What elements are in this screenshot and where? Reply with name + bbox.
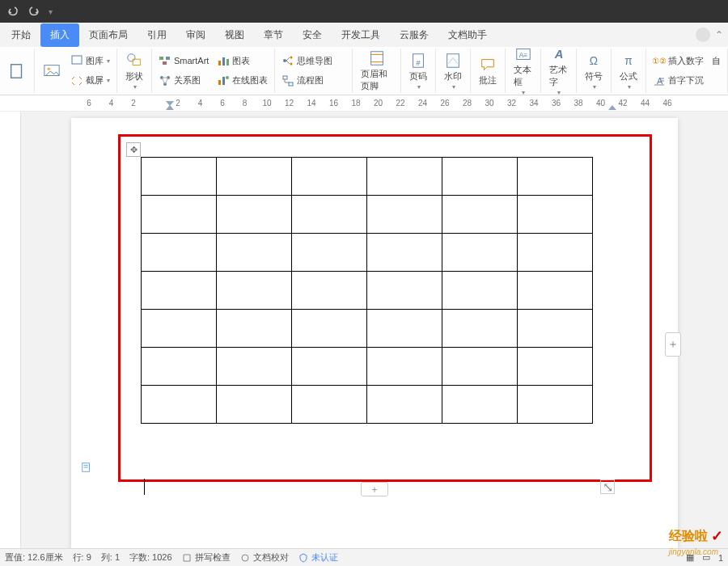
table-cell[interactable] xyxy=(367,234,442,272)
insert-number-button[interactable]: ①②插入数字 xyxy=(651,53,705,68)
page-number-button[interactable]: #页码▾ xyxy=(406,50,430,92)
table-cell[interactable] xyxy=(142,158,217,196)
tab-cloud[interactable]: 云服务 xyxy=(390,23,438,47)
table-cell[interactable] xyxy=(442,272,518,310)
table-cell[interactable] xyxy=(518,158,593,196)
table-cell[interactable] xyxy=(292,234,367,272)
user-avatar[interactable] xyxy=(696,27,710,42)
status-word-count[interactable]: 字数: 1026 xyxy=(129,551,172,564)
table-cell[interactable] xyxy=(518,310,593,348)
status-column[interactable]: 列: 1 xyxy=(101,551,120,564)
table-move-handle-icon[interactable]: ✥ xyxy=(126,142,141,157)
table-add-row-icon[interactable]: ＋ xyxy=(361,482,388,496)
table-cell[interactable] xyxy=(217,310,292,348)
table-cell[interactable] xyxy=(442,158,518,196)
table-cell[interactable] xyxy=(518,386,593,424)
auto-button[interactable]: 自 xyxy=(710,54,722,68)
table-cell[interactable] xyxy=(292,310,367,348)
symbol-button[interactable]: Ω符号▾ xyxy=(582,50,606,92)
left-indent-handle-icon[interactable] xyxy=(166,105,174,110)
right-margin-handle-icon[interactable] xyxy=(608,105,616,110)
table-cell[interactable] xyxy=(518,272,593,310)
table-cell[interactable] xyxy=(292,348,367,386)
vertical-ruler[interactable] xyxy=(0,112,21,548)
mind-map-button[interactable]: 思维导图 xyxy=(280,53,334,68)
table-cell[interactable] xyxy=(367,310,442,348)
table-cell[interactable] xyxy=(217,196,292,234)
screenshot-button[interactable]: 截屏▾ xyxy=(69,74,112,88)
status-line[interactable]: 行: 9 xyxy=(73,551,91,564)
page-scroll[interactable]: ✥ ＋ ⤡ ＋ xyxy=(21,112,728,548)
status-spell-check[interactable]: 拼写检查 xyxy=(182,551,231,564)
smartart-button[interactable]: SmartArt xyxy=(157,53,210,68)
table-cell[interactable] xyxy=(292,386,367,424)
document-table[interactable] xyxy=(141,157,593,424)
redo-icon[interactable] xyxy=(28,5,40,18)
status-verification[interactable]: 未认证 xyxy=(298,551,338,564)
tab-section[interactable]: 章节 xyxy=(254,23,293,47)
tab-insert[interactable]: 插入 xyxy=(40,23,79,47)
table-cell[interactable] xyxy=(367,158,442,196)
zoom-level[interactable]: 1 xyxy=(718,553,723,563)
table-cell[interactable] xyxy=(442,348,518,386)
wordart-button[interactable]: A艺术字▾ xyxy=(546,47,571,95)
table-cell[interactable] xyxy=(367,348,442,386)
table-cell[interactable] xyxy=(217,348,292,386)
tab-page-layout[interactable]: 页面布局 xyxy=(79,23,138,47)
watermark-label: 水印 xyxy=(444,70,462,82)
table-cell[interactable] xyxy=(142,196,217,234)
document-page[interactable]: ✥ ＋ ⤡ ＋ xyxy=(71,118,678,548)
watermark-button[interactable]: 水印▾ xyxy=(441,50,465,92)
table-cell[interactable] xyxy=(518,234,593,272)
status-position[interactable]: 置值: 12.6厘米 xyxy=(5,551,63,564)
table-cell[interactable] xyxy=(217,158,292,196)
table-cell[interactable] xyxy=(442,310,518,348)
flow-chart-button[interactable]: 流程图 xyxy=(280,74,334,88)
equation-button[interactable]: π公式▾ xyxy=(616,50,641,92)
tab-dev-tools[interactable]: 开发工具 xyxy=(332,23,390,47)
table-cell[interactable] xyxy=(518,196,593,234)
blank-page-button[interactable] xyxy=(5,61,29,82)
tab-references[interactable]: 引用 xyxy=(138,23,176,47)
undo-icon[interactable] xyxy=(6,5,19,18)
header-footer-button[interactable]: 页眉和页脚 xyxy=(358,48,396,94)
table-cell[interactable] xyxy=(142,386,217,424)
table-cell[interactable] xyxy=(217,272,292,310)
ruler-label: 12 xyxy=(285,99,294,108)
collapse-ribbon-icon[interactable]: ⌃ xyxy=(715,29,723,40)
drop-cap-button[interactable]: A首字下沉 xyxy=(651,74,705,88)
shapes-button[interactable]: 形状▾ xyxy=(122,50,146,92)
table-cell[interactable] xyxy=(292,158,367,196)
table-cell[interactable] xyxy=(367,196,442,234)
online-chart-button[interactable]: 在线图表 xyxy=(215,74,269,88)
picture-button[interactable] xyxy=(40,61,64,82)
table-cell[interactable] xyxy=(442,196,518,234)
table-cell[interactable] xyxy=(292,196,367,234)
status-proofread[interactable]: 文档校对 xyxy=(240,551,289,564)
table-cell[interactable] xyxy=(442,386,518,424)
table-cell[interactable] xyxy=(217,234,292,272)
table-cell[interactable] xyxy=(142,272,217,310)
relation-button[interactable]: 关系图 xyxy=(157,74,210,88)
table-cell[interactable] xyxy=(442,234,518,272)
comment-button[interactable]: 批注 xyxy=(476,54,500,88)
table-add-column-icon[interactable]: ＋ xyxy=(665,332,681,357)
gallery-button[interactable]: 图库▾ xyxy=(69,53,112,68)
tab-review[interactable]: 审阅 xyxy=(176,23,215,47)
horizontal-ruler[interactable]: 6422468101214161820222426283032343638404… xyxy=(0,95,728,112)
table-cell[interactable] xyxy=(367,386,442,424)
chart-button[interactable]: 图表 xyxy=(215,53,269,68)
table-cell[interactable] xyxy=(518,348,593,386)
table-cell[interactable] xyxy=(142,310,217,348)
tab-security[interactable]: 安全 xyxy=(293,23,332,47)
table-cell[interactable] xyxy=(142,348,217,386)
table-cell[interactable] xyxy=(217,386,292,424)
table-cell[interactable] xyxy=(367,272,442,310)
tab-doc-helper[interactable]: 文档助手 xyxy=(438,23,497,47)
table-resize-handle-icon[interactable]: ⤡ xyxy=(600,479,615,494)
tab-home[interactable]: 开始 xyxy=(2,23,40,47)
tab-view[interactable]: 视图 xyxy=(215,23,254,47)
table-cell[interactable] xyxy=(142,234,217,272)
table-cell[interactable] xyxy=(292,272,367,310)
textbox-button[interactable]: A≡文本框▾ xyxy=(510,47,535,95)
